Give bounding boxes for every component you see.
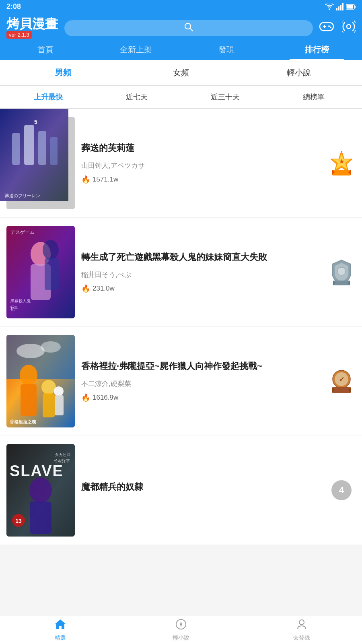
status-bar: 2:08 [0,0,362,13]
content-area: 男頻 女頻 輕小說 上升最快 近七天 近三十天 總榜單 [0,60,362,573]
battery-icon [346,4,356,10]
gamepad-icon[interactable] [319,21,334,35]
svg-text:黒幕殺人鬼: 黒幕殺人鬼 [10,299,31,303]
svg-rect-48 [43,393,55,417]
status-time: 2:08 [6,2,21,11]
nav-tab-ranking[interactable]: 排行榜 [272,39,362,60]
search-icon [184,23,193,33]
svg-rect-3 [342,3,343,10]
status-icons [325,3,356,10]
fire-icon: 🔥 [81,393,90,402]
item-author: 不二涼介,硬梨菜 [81,379,321,388]
svg-point-31 [43,240,59,260]
rank-badge-3: ✓ [327,367,356,395]
svg-text:13: 13 [15,518,22,524]
svg-text:デスゲーム: デスゲーム [10,229,35,235]
svg-rect-2 [340,5,341,10]
svg-rect-9 [320,23,333,31]
svg-point-43 [16,344,45,358]
item-info: 香格裡拉·弗隴提亞~屍作獵人向神作發起挑戰~ 不二涼介,硬梨菜 🔥 1616.9… [75,360,327,402]
sub-tab-rising[interactable]: 上升最快 [4,86,93,108]
item-title: 香格裡拉·弗隴提亞~屍作獵人向神作發起挑戰~ [81,360,321,373]
item-heat: 🔥 1571.1w [81,175,321,184]
svg-rect-16 [12,133,20,165]
table-row[interactable]: 葬送のフリーレン 5 葬送的芙莉蓮 山田钟人,アベツカサ 🔥 1571.1w ★ [0,109,362,218]
svg-text:竹村洋平: 竹村洋平 [54,459,70,463]
header-icons [319,20,356,36]
sub-tab-all[interactable]: 總榜單 [269,86,358,108]
svg-rect-25 [332,170,351,175]
svg-rect-38 [333,281,350,285]
nav-tab-home[interactable]: 首頁 [0,39,90,60]
svg-text:SLAVE: SLAVE [10,462,64,479]
svg-rect-42 [6,335,75,379]
table-row[interactable]: 香格里拉之魂 香格裡拉·弗隴提亞~屍作獵人向神作發起挑戰~ 不二涼介,硬梨菜 🔥… [0,327,362,436]
svg-text:✓: ✓ [339,376,344,383]
table-row[interactable]: SLAVE 13 タカヒロ 竹村洋平 魔都精兵的奴隸 [0,436,362,545]
heat-value: 1571.1w [93,175,118,184]
cover-image: 香格里拉之魂 [6,335,75,427]
category-tab-female[interactable]: 女頻 [122,60,240,85]
item-info: 葬送的芙莉蓮 山田钟人,アベツカサ 🔥 1571.1w [75,142,327,184]
category-tabs: 男頻 女頻 輕小說 [0,60,362,86]
item-title: 魔都精兵的奴隸 [81,481,321,493]
svg-point-45 [20,365,37,386]
rank-badge-1: ★ [327,149,356,177]
rank-badge-4: 4 [327,476,356,504]
svg-text:香格里拉之魂: 香格里拉之魂 [10,419,37,424]
search-bar[interactable] [64,20,313,36]
rank-number-badge: 4 [331,480,352,500]
svg-rect-17 [24,125,34,165]
svg-rect-5 [355,6,356,8]
fire-icon: 🔥 [81,175,90,184]
version-badge: ver 2.1.3 [6,31,32,39]
cover-image: SLAVE 13 タカヒロ 竹村洋平 [6,444,75,537]
svg-text:転生: 転生 [10,305,18,309]
header: 烤貝漫畫 ver 2.1.3 [0,13,362,39]
wifi-icon [325,4,334,10]
sub-tabs: 上升最快 近七天 近三十天 總榜單 [0,86,362,109]
svg-rect-61 [30,502,51,534]
item-heat: 🔥 1616.9w [81,393,321,402]
svg-point-12 [328,25,330,27]
item-info: 轉生成了死亡遊戲黑幕殺人鬼的妹妹簡直大失敗 稲井田そう,ぺぷ 🔥 231.0w [75,251,327,293]
svg-rect-18 [38,131,46,165]
cover-image: デスゲーム 黒幕殺人鬼 私 転生 [6,226,75,318]
cover-image: 葬送のフリーレン 5 [6,117,75,209]
item-author: 稲井田そう,ぺぷ [81,270,321,279]
svg-point-13 [330,27,331,28]
svg-rect-50 [55,395,64,415]
svg-point-37 [337,267,346,275]
svg-rect-32 [45,258,59,290]
category-tab-novel[interactable]: 輕小說 [240,60,358,85]
sub-tab-7days[interactable]: 近七天 [93,86,181,108]
signal-icon [336,3,343,10]
heat-value: 231.0w [93,285,115,293]
fire-icon: 🔥 [81,284,90,293]
rank-badge-2 [327,258,356,286]
nav-tabs: 首頁 全新上架 發現 排行榜 [0,39,362,60]
broadcast-icon[interactable] [342,20,356,36]
item-title: 葬送的芙莉蓮 [81,142,321,155]
svg-text:5: 5 [34,119,37,125]
svg-point-60 [29,477,52,503]
svg-point-14 [347,25,351,29]
svg-rect-55 [332,387,351,393]
svg-rect-6 [347,5,353,8]
svg-line-8 [190,29,193,31]
svg-text:★: ★ [339,158,344,165]
svg-rect-0 [336,8,337,10]
table-row[interactable]: デスゲーム 黒幕殺人鬼 私 転生 轉生成了死亡遊戲黑幕殺人鬼的妹妹簡直大失敗 稲… [0,218,362,327]
svg-point-49 [54,386,64,396]
category-tab-male[interactable]: 男頻 [4,60,122,85]
nav-tab-new[interactable]: 全新上架 [90,39,181,60]
ranking-list: 葬送のフリーレン 5 葬送的芙莉蓮 山田钟人,アベツカサ 🔥 1571.1w ★ [0,109,362,545]
svg-text:タカヒロ: タカヒロ [55,452,71,457]
app-title: 烤貝漫畫 [6,17,58,30]
svg-rect-46 [21,384,37,416]
svg-point-47 [41,380,56,394]
sub-tab-30days[interactable]: 近三十天 [181,86,269,108]
svg-text:葬送のフリーレン: 葬送のフリーレン [6,193,40,198]
nav-tab-discover[interactable]: 發現 [181,39,272,60]
item-info: 魔都精兵的奴隸 [75,481,327,500]
